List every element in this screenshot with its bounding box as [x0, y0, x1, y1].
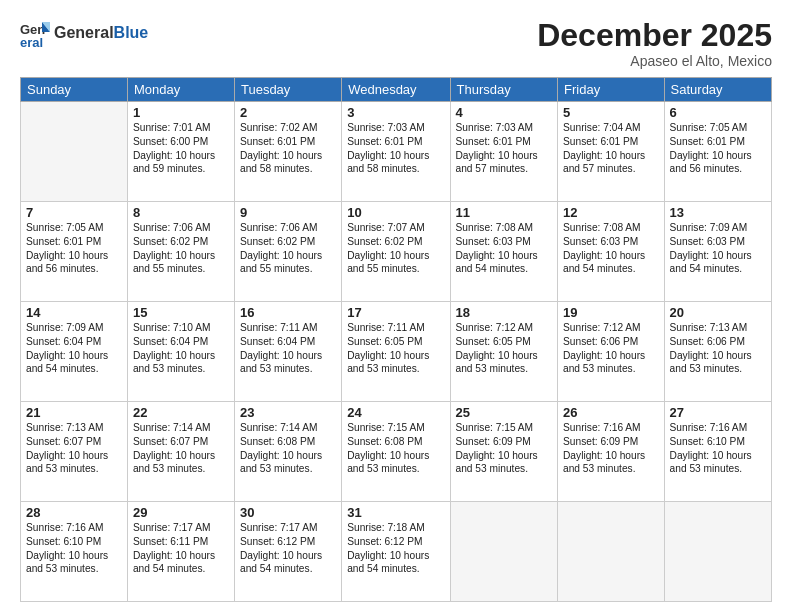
- calendar-cell: 19Sunrise: 7:12 AMSunset: 6:06 PMDayligh…: [558, 302, 665, 402]
- cell-info-line: Sunrise: 7:07 AM: [347, 221, 444, 235]
- day-number: 18: [456, 305, 553, 320]
- calendar-week-1: 1Sunrise: 7:01 AMSunset: 6:00 PMDaylight…: [21, 102, 772, 202]
- cell-info-line: Daylight: 10 hours: [240, 549, 336, 563]
- calendar-cell: 25Sunrise: 7:15 AMSunset: 6:09 PMDayligh…: [450, 402, 558, 502]
- cell-info-line: Sunrise: 7:02 AM: [240, 121, 336, 135]
- cell-info-line: Sunset: 6:10 PM: [26, 535, 122, 549]
- cell-info-line: and 58 minutes.: [240, 162, 336, 176]
- calendar-cell: [664, 502, 771, 602]
- calendar-cell: 7Sunrise: 7:05 AMSunset: 6:01 PMDaylight…: [21, 202, 128, 302]
- day-number: 17: [347, 305, 444, 320]
- cell-info-line: Daylight: 10 hours: [670, 249, 766, 263]
- day-number: 28: [26, 505, 122, 520]
- cell-info-line: and 56 minutes.: [26, 262, 122, 276]
- calendar-page: Gen eral GeneralBlue December 2025 Apase…: [0, 0, 792, 612]
- cell-info-line: and 54 minutes.: [26, 362, 122, 376]
- day-number: 27: [670, 405, 766, 420]
- day-number: 7: [26, 205, 122, 220]
- day-header-monday: Monday: [127, 78, 234, 102]
- cell-info-line: Sunset: 6:06 PM: [670, 335, 766, 349]
- day-number: 10: [347, 205, 444, 220]
- month-title: December 2025: [537, 18, 772, 53]
- cell-info-line: and 55 minutes.: [347, 262, 444, 276]
- cell-info-line: and 54 minutes.: [347, 562, 444, 576]
- cell-info-line: Sunset: 6:03 PM: [563, 235, 659, 249]
- day-header-wednesday: Wednesday: [342, 78, 450, 102]
- cell-info-line: Sunrise: 7:09 AM: [26, 321, 122, 335]
- cell-info-line: Sunset: 6:02 PM: [240, 235, 336, 249]
- cell-info-line: Daylight: 10 hours: [563, 349, 659, 363]
- cell-info-line: Sunset: 6:08 PM: [240, 435, 336, 449]
- cell-info-line: Sunset: 6:12 PM: [347, 535, 444, 549]
- calendar-cell: 1Sunrise: 7:01 AMSunset: 6:00 PMDaylight…: [127, 102, 234, 202]
- cell-info-line: Daylight: 10 hours: [670, 149, 766, 163]
- cell-info-line: Sunrise: 7:15 AM: [456, 421, 553, 435]
- cell-info-line: Sunrise: 7:03 AM: [456, 121, 553, 135]
- cell-info-line: and 54 minutes.: [456, 262, 553, 276]
- day-number: 2: [240, 105, 336, 120]
- cell-info-line: Daylight: 10 hours: [240, 149, 336, 163]
- day-number: 24: [347, 405, 444, 420]
- calendar-cell: 26Sunrise: 7:16 AMSunset: 6:09 PMDayligh…: [558, 402, 665, 502]
- day-number: 15: [133, 305, 229, 320]
- title-block: December 2025 Apaseo el Alto, Mexico: [537, 18, 772, 69]
- cell-info-line: Sunset: 6:01 PM: [456, 135, 553, 149]
- calendar-week-5: 28Sunrise: 7:16 AMSunset: 6:10 PMDayligh…: [21, 502, 772, 602]
- cell-info-line: Sunset: 6:04 PM: [240, 335, 336, 349]
- day-header-thursday: Thursday: [450, 78, 558, 102]
- day-number: 13: [670, 205, 766, 220]
- calendar-cell: [450, 502, 558, 602]
- cell-info-line: Sunrise: 7:13 AM: [670, 321, 766, 335]
- cell-info-line: and 53 minutes.: [670, 362, 766, 376]
- cell-info-line: and 59 minutes.: [133, 162, 229, 176]
- cell-info-line: and 53 minutes.: [26, 462, 122, 476]
- cell-info-line: Daylight: 10 hours: [133, 249, 229, 263]
- cell-info-line: Daylight: 10 hours: [26, 449, 122, 463]
- cell-info-line: and 54 minutes.: [133, 562, 229, 576]
- cell-info-line: Daylight: 10 hours: [563, 449, 659, 463]
- day-header-tuesday: Tuesday: [234, 78, 341, 102]
- cell-info-line: and 53 minutes.: [240, 362, 336, 376]
- calendar-cell: 14Sunrise: 7:09 AMSunset: 6:04 PMDayligh…: [21, 302, 128, 402]
- calendar-cell: 22Sunrise: 7:14 AMSunset: 6:07 PMDayligh…: [127, 402, 234, 502]
- cell-info-line: Sunrise: 7:14 AM: [240, 421, 336, 435]
- calendar-cell: 2Sunrise: 7:02 AMSunset: 6:01 PMDaylight…: [234, 102, 341, 202]
- cell-info-line: Daylight: 10 hours: [456, 249, 553, 263]
- calendar-cell: 12Sunrise: 7:08 AMSunset: 6:03 PMDayligh…: [558, 202, 665, 302]
- calendar-cell: 21Sunrise: 7:13 AMSunset: 6:07 PMDayligh…: [21, 402, 128, 502]
- calendar-cell: 18Sunrise: 7:12 AMSunset: 6:05 PMDayligh…: [450, 302, 558, 402]
- cell-info-line: Daylight: 10 hours: [133, 349, 229, 363]
- cell-info-line: Sunrise: 7:10 AM: [133, 321, 229, 335]
- day-number: 29: [133, 505, 229, 520]
- cell-info-line: Daylight: 10 hours: [563, 149, 659, 163]
- cell-info-line: Sunrise: 7:13 AM: [26, 421, 122, 435]
- calendar-cell: 17Sunrise: 7:11 AMSunset: 6:05 PMDayligh…: [342, 302, 450, 402]
- cell-info-line: Sunrise: 7:05 AM: [670, 121, 766, 135]
- day-number: 31: [347, 505, 444, 520]
- day-number: 4: [456, 105, 553, 120]
- cell-info-line: Sunrise: 7:01 AM: [133, 121, 229, 135]
- cell-info-line: Sunset: 6:12 PM: [240, 535, 336, 549]
- cell-info-line: Daylight: 10 hours: [133, 149, 229, 163]
- cell-info-line: and 53 minutes.: [670, 462, 766, 476]
- cell-info-line: Daylight: 10 hours: [240, 449, 336, 463]
- cell-info-line: Sunset: 6:01 PM: [347, 135, 444, 149]
- cell-info-line: and 54 minutes.: [670, 262, 766, 276]
- calendar-week-2: 7Sunrise: 7:05 AMSunset: 6:01 PMDaylight…: [21, 202, 772, 302]
- cell-info-line: Sunset: 6:09 PM: [456, 435, 553, 449]
- day-number: 3: [347, 105, 444, 120]
- day-number: 23: [240, 405, 336, 420]
- cell-info-line: and 54 minutes.: [240, 562, 336, 576]
- day-number: 9: [240, 205, 336, 220]
- calendar-cell: 29Sunrise: 7:17 AMSunset: 6:11 PMDayligh…: [127, 502, 234, 602]
- cell-info-line: and 53 minutes.: [347, 462, 444, 476]
- calendar-week-4: 21Sunrise: 7:13 AMSunset: 6:07 PMDayligh…: [21, 402, 772, 502]
- cell-info-line: Sunrise: 7:11 AM: [240, 321, 336, 335]
- calendar-cell: 24Sunrise: 7:15 AMSunset: 6:08 PMDayligh…: [342, 402, 450, 502]
- cell-info-line: and 53 minutes.: [240, 462, 336, 476]
- cell-info-line: Sunset: 6:11 PM: [133, 535, 229, 549]
- day-number: 26: [563, 405, 659, 420]
- cell-info-line: Sunset: 6:05 PM: [456, 335, 553, 349]
- calendar-header-row: SundayMondayTuesdayWednesdayThursdayFrid…: [21, 78, 772, 102]
- cell-info-line: Daylight: 10 hours: [133, 549, 229, 563]
